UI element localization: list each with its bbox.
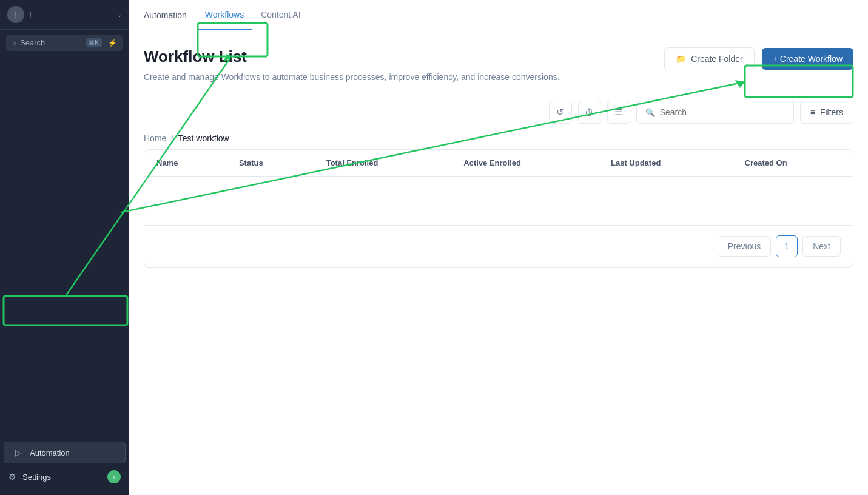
search-icon: ⌕	[12, 39, 16, 47]
breadcrumb-home[interactable]: Home	[144, 133, 166, 143]
pagination-previous[interactable]: Previous	[718, 236, 771, 257]
pagination-page-1[interactable]: 1	[776, 235, 798, 257]
table-empty-cell	[144, 177, 853, 225]
tabs-bar: Automation Workflows Content AI	[129, 0, 868, 30]
settings-icon: ⚙	[8, 472, 16, 482]
page-header: Workflow List Create and manage Workflow…	[144, 47, 853, 84]
toolbar-list-button[interactable]: ☰	[607, 101, 630, 124]
filter-icon: ≡	[810, 107, 815, 117]
table-header-row: Name Status Total Enrolled Active Enroll…	[144, 150, 853, 177]
clock-icon: ⏱	[585, 107, 594, 118]
toolbar-clock-button[interactable]: ⏱	[578, 101, 601, 124]
settings-label: Settings	[22, 473, 51, 482]
table-row-empty	[144, 177, 853, 225]
workflow-table: Name Status Total Enrolled Active Enroll…	[144, 149, 853, 268]
list-icon: ☰	[614, 107, 622, 118]
breadcrumb: Home / Test workflow	[144, 133, 853, 143]
page-content: Workflow List Create and manage Workflow…	[129, 30, 868, 495]
chevron-down-icon: ⌄	[117, 12, 122, 18]
search-shortcut: ⌘K	[86, 38, 102, 47]
breadcrumb-current: Test workflow	[178, 133, 229, 143]
toolbar: ↺ ⏱ ☰ 🔍 ≡ Filters	[144, 101, 853, 124]
lightning-icon: ⚡	[108, 39, 117, 47]
table-head: Name Status Total Enrolled Active Enroll…	[144, 150, 853, 177]
create-folder-button[interactable]: 📁 Create Folder	[664, 47, 755, 70]
col-total-enrolled: Total Enrolled	[314, 150, 452, 177]
sidebar-settings[interactable]: ⚙ Settings ‹	[0, 465, 129, 489]
sidebar: ! ! ⌄ ⌕ Search ⌘K ⚡ ▷ Automation ⚙ Setti…	[0, 0, 129, 495]
create-workflow-button[interactable]: + Create Workflow	[762, 48, 853, 70]
collapse-icon: ‹	[113, 474, 115, 480]
avatar: !	[7, 6, 24, 23]
col-active-enrolled: Active Enrolled	[451, 150, 599, 177]
search-box-icon: 🔍	[645, 108, 655, 117]
sidebar-user[interactable]: ! ! ⌄	[0, 0, 129, 30]
sidebar-user-inner: ! !	[7, 6, 32, 23]
main-content: Automation Workflows Content AI Workflow…	[129, 0, 868, 495]
filters-button[interactable]: ≡ Filters	[800, 101, 853, 124]
sidebar-item-automation-label: Automation	[30, 448, 70, 457]
table: Name Status Total Enrolled Active Enroll…	[144, 150, 853, 225]
tab-content-ai[interactable]: Content AI	[252, 0, 309, 30]
page-description: Create and manage Workflows to automate …	[144, 71, 560, 84]
sidebar-user-name: !	[29, 10, 32, 19]
breadcrumb-separator: /	[171, 134, 173, 143]
sidebar-bottom: ▷ Automation ⚙ Settings ‹	[0, 434, 129, 495]
col-last-updated: Last Updated	[599, 150, 733, 177]
recent-icon: ↺	[556, 107, 564, 118]
table-body	[144, 177, 853, 225]
collapse-button[interactable]: ‹	[107, 470, 121, 483]
folder-icon: 📁	[676, 54, 686, 64]
pagination: Previous 1 Next	[144, 225, 853, 267]
sidebar-nav	[0, 56, 129, 434]
col-status: Status	[227, 150, 314, 177]
toolbar-recent-button[interactable]: ↺	[549, 101, 572, 124]
automation-icon: ▷	[13, 448, 24, 457]
col-name: Name	[144, 150, 227, 177]
sidebar-item-automation[interactable]: ▷ Automation	[4, 442, 126, 463]
sidebar-search[interactable]: ⌕ Search ⌘K ⚡	[6, 35, 123, 51]
search-input[interactable]	[660, 107, 785, 117]
page-actions: 📁 Create Folder + Create Workflow	[664, 47, 853, 70]
sidebar-settings-left: ⚙ Settings	[8, 472, 51, 482]
page-title: Workflow List	[144, 47, 560, 66]
search-text: Search	[20, 38, 82, 47]
pagination-next[interactable]: Next	[802, 236, 841, 257]
page-title-section: Workflow List Create and manage Workflow…	[144, 47, 560, 84]
tabs-breadcrumb: Automation	[144, 1, 194, 30]
tab-workflows[interactable]: Workflows	[197, 0, 252, 30]
search-box[interactable]: 🔍	[636, 101, 794, 124]
col-created-on: Created On	[733, 150, 853, 177]
